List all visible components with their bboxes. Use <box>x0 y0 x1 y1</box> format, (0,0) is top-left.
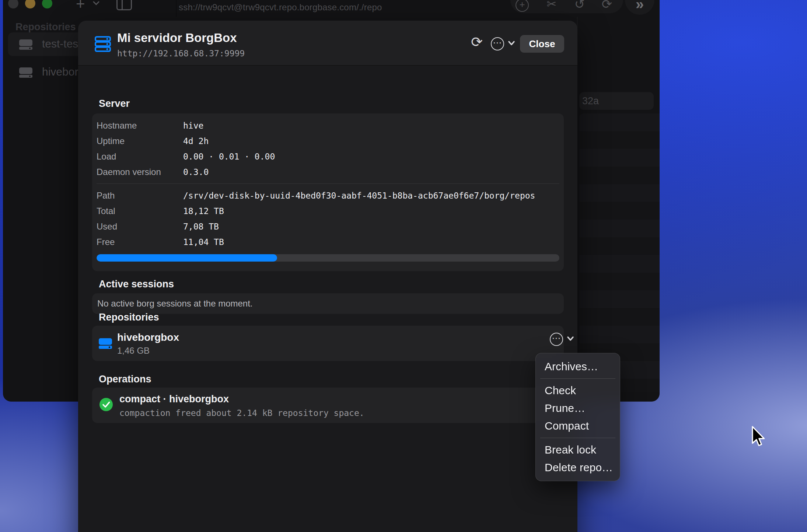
row-label: Daemon version <box>97 167 161 177</box>
section-title-server: Server <box>99 98 130 109</box>
sessions-empty-text: No active borg sessions at the moment. <box>97 298 253 309</box>
dialog-server-url: http://192.168.68.37:9999 <box>117 49 245 58</box>
dialog-more-button[interactable]: ⋯ <box>491 37 517 52</box>
operations-card: compact · hiveborgbox compaction freed a… <box>92 388 564 423</box>
operation-detail: compaction freed about 2.14 kB repositor… <box>119 408 364 418</box>
row-label: Load <box>97 151 116 162</box>
server-rack-icon <box>94 35 111 53</box>
menu-divider <box>540 438 615 438</box>
row-label: Free <box>97 237 115 247</box>
disk-usage-fill <box>97 254 277 262</box>
row-value: 7,08 TB <box>183 222 219 231</box>
close-button[interactable]: Close <box>520 35 564 53</box>
row-label: Uptime <box>97 136 125 146</box>
server-row-used: Used 7,08 TB <box>97 218 559 234</box>
mouse-cursor <box>750 426 766 448</box>
repo-context-menu: Archives… Check Prune… Compact Break loc… <box>535 353 620 481</box>
server-row-free: Free 11,04 TB <box>97 234 559 249</box>
row-value: 0.00 · 0.01 · 0.00 <box>183 152 275 161</box>
server-row-daemon-version: Daemon version 0.3.0 <box>97 164 559 179</box>
row-label: Total <box>97 206 115 216</box>
ellipsis-circle-icon: ⋯ <box>550 333 563 346</box>
dialog-refresh-icon[interactable]: ⟳ <box>468 33 486 51</box>
chevron-down-icon <box>508 41 515 46</box>
server-row-path: Path /srv/dev-disk-by-uuid-4bed0f30-aabf… <box>97 187 559 203</box>
server-row-total: Total 18,12 TB <box>97 203 559 218</box>
server-row-hostname: Hostname hive <box>97 117 559 133</box>
disk-usage-bar <box>97 254 559 262</box>
repo-name[interactable]: hiveborgbox <box>117 332 179 343</box>
card-divider <box>97 183 559 184</box>
ellipsis-circle-icon: ⋯ <box>491 37 504 50</box>
row-value: hive <box>183 121 203 130</box>
server-dialog: Mi servidor BorgBox http://192.168.68.37… <box>78 21 577 532</box>
dialog-header-divider <box>78 65 577 66</box>
sessions-card: No active borg sessions at the moment. <box>92 293 564 314</box>
section-title-active-sessions: Active sessions <box>99 279 174 290</box>
row-label: Used <box>97 221 117 232</box>
row-value: 11,04 TB <box>183 237 224 247</box>
row-value: /srv/dev-disk-by-uuid-4bed0f30-aabf-4051… <box>183 191 535 200</box>
menu-divider <box>540 378 615 379</box>
row-value: 0.3.0 <box>183 167 209 177</box>
menu-item-delete-repo[interactable]: Delete repo… <box>536 459 620 476</box>
row-label: Path <box>97 190 115 201</box>
repo-more-button[interactable]: ⋯ <box>550 332 578 347</box>
row-label: Hostname <box>97 120 137 131</box>
drive-icon <box>98 337 113 350</box>
success-check-icon <box>99 398 113 411</box>
menu-item-compact[interactable]: Compact <box>536 417 620 435</box>
repositories-card: hiveborgbox 1,46 GB ⋯ <box>92 326 564 361</box>
row-value: 4d 2h <box>183 136 209 146</box>
menu-item-prune[interactable]: Prune… <box>536 399 620 417</box>
server-row-uptime: Uptime 4d 2h <box>97 133 559 148</box>
row-value: 18,12 TB <box>183 206 224 216</box>
desktop: + ssh://trw9qcvt@trw9qcvt.repo.borgbase.… <box>0 0 807 532</box>
menu-item-break-lock[interactable]: Break lock <box>536 441 620 459</box>
operation-title: compact · hiveborgbox <box>119 393 229 405</box>
section-title-operations: Operations <box>99 374 151 385</box>
chevron-down-icon <box>567 336 574 341</box>
menu-item-archives[interactable]: Archives… <box>536 358 620 375</box>
server-row-load: Load 0.00 · 0.01 · 0.00 <box>97 148 559 164</box>
dialog-title: Mi servidor BorgBox <box>117 31 237 45</box>
server-card: Hostname hive Uptime 4d 2h Load 0.00 · 0… <box>92 113 564 271</box>
repo-size: 1,46 GB <box>117 346 150 356</box>
menu-item-check[interactable]: Check <box>536 382 620 399</box>
section-title-repositories: Repositories <box>99 312 159 323</box>
